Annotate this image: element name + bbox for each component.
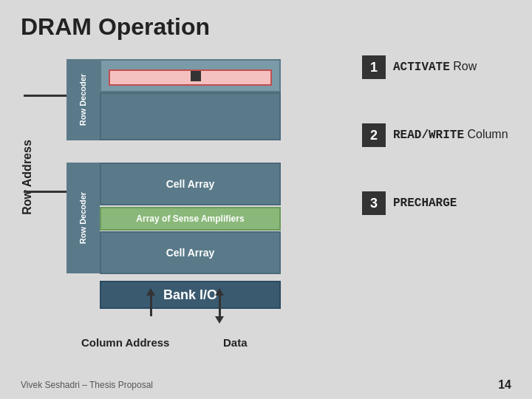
bank-io: Bank I/O: [100, 281, 281, 309]
annotation-text-1: ACTIVATE Row: [393, 59, 477, 75]
annotation-1: 1 ACTIVATE Row: [362, 55, 517, 79]
memory-blocks-top: [100, 59, 281, 140]
annotation-text-3: PRECHARGE: [393, 195, 457, 211]
page-title: DRAM Operation: [21, 13, 210, 41]
col-arrow-head-up: [146, 288, 155, 296]
annotation-rest-2: Column: [464, 128, 508, 140]
row-address-label: Row Address: [16, 96, 38, 259]
footer: Vivek Seshadri – Thesis Proposal 14: [21, 378, 511, 392]
annotation-mono-1: ACTIVATE: [393, 61, 450, 74]
row-decoder-mid: Row Decoder: [66, 163, 100, 273]
cell-array-top: Cell Array: [100, 163, 281, 205]
bank-io-label: Bank I/O: [163, 287, 217, 303]
data-arrow: [215, 288, 224, 324]
data-label: Data: [223, 336, 248, 349]
row-address-arrow-mid: [24, 191, 68, 193]
annotation-rest-1: Row: [450, 60, 477, 72]
annotation-text-2: READ/WRITE Column: [393, 127, 508, 143]
row-address-text: Row Address: [21, 140, 34, 215]
footer-author: Vivek Seshadri – Thesis Proposal: [21, 380, 153, 390]
column-address-arrow: [146, 288, 155, 316]
annotation-2: 2 READ/WRITE Column: [362, 123, 517, 147]
mem-block-dark: [100, 92, 281, 140]
annotations-panel: 1 ACTIVATE Row 2 READ/WRITE Column 3 PRE…: [362, 55, 517, 215]
row-decoder-mid-label: Row Decoder: [79, 192, 88, 244]
data-arrow-head-up: [215, 288, 224, 296]
data-arrow-line: [219, 296, 221, 316]
cell-array-bottom: Cell Array: [100, 231, 281, 274]
annotation-3: 3 PRECHARGE: [362, 191, 517, 215]
annotation-number-3: 3: [362, 191, 386, 215]
row-address-arrow-top: [24, 95, 68, 97]
annotation-mono-3: PRECHARGE: [393, 197, 457, 210]
cell-array-bottom-label: Cell Array: [166, 247, 215, 259]
footer-page: 14: [498, 378, 511, 392]
annotation-number-1: 1: [362, 55, 386, 79]
cell-array-top-label: Cell Array: [166, 178, 215, 190]
column-address-label: Column Address: [81, 336, 169, 349]
sense-amp-bar: Array of Sense Amplifiers: [100, 207, 281, 231]
mem-block-selected-row: [100, 59, 281, 92]
row-decoder-top: Row Decoder: [66, 59, 100, 140]
annotation-number-2: 2: [362, 123, 386, 147]
annotation-mono-2: READ/WRITE: [393, 129, 464, 142]
row-decoder-top-label: Row Decoder: [79, 74, 88, 126]
data-arrow-head-down: [215, 316, 224, 324]
sense-amp-label: Array of Sense Amplifiers: [136, 214, 244, 224]
col-arrow-line: [150, 296, 152, 316]
